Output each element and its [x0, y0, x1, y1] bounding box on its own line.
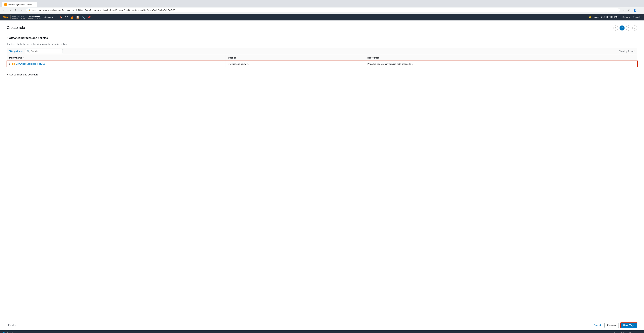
services-label: Services [44, 16, 53, 18]
policy-name-cell: ▶ AWSCodeDeployRoleForECS [7, 61, 226, 67]
refresh-button[interactable]: ↻ [14, 8, 18, 12]
filter-policies-button[interactable]: Filter policies ▾ [9, 50, 24, 52]
region2-info: Beijing Region Operated by Sinnet [27, 16, 41, 19]
search-input[interactable] [31, 50, 61, 52]
profile-button[interactable]: 👤 [632, 8, 637, 12]
page-title: Create role [7, 26, 25, 30]
home-button[interactable]: ⌂ [20, 8, 24, 12]
bottom-bar: 🌐 English Privacy Policy Terms of Use [0, 330, 644, 333]
filter-chevron-icon: ▾ [22, 50, 24, 52]
region-menu[interactable]: Global ▾ [622, 16, 630, 18]
footer-actions: Cancel Previous Next: Tags [592, 322, 637, 328]
icon-6[interactable]: 📌 [88, 16, 91, 19]
permissions-boundary-section: ▶ Set permissions boundary [7, 70, 637, 76]
support-menu[interactable]: Support ▾ [632, 16, 641, 18]
table-body: ▶ AWSCodeDeployRoleForECS Permissions po… [7, 61, 637, 67]
user-chevron-icon: ▾ [619, 16, 620, 18]
col-policy-name: Policy name ▾ [7, 55, 226, 61]
tab-favicon [4, 3, 7, 6]
browser-toolbar: ← → ↻ ⌂ 🔒 console.amazonaws.cn/iam/home?… [0, 7, 644, 14]
policy-description-cell: Provides CodeDeploy service wide access … [365, 61, 637, 67]
stepper: 1 2 3 4 [613, 26, 637, 30]
notification-icon[interactable]: 🔔 [589, 16, 591, 18]
lock-icon: 🔒 [28, 9, 31, 12]
back-button[interactable]: ← [2, 8, 6, 12]
step-4[interactable]: 4 [632, 26, 637, 30]
attached-policies-section: ▾ Attached permissions policies The type… [7, 36, 637, 67]
menu-button[interactable]: ⋮ [638, 8, 642, 12]
browser-tabs: IAM Management Console × + [2, 1, 642, 7]
region-chevron-icon: ▾ [629, 16, 630, 18]
icon-1[interactable]: 🔖 [60, 16, 63, 19]
policy-used-as-cell: Permissions policy (1) [226, 61, 365, 67]
forward-button[interactable]: → [8, 8, 12, 12]
next-button[interactable]: Next: Tags [620, 322, 638, 328]
bottom-links: Privacy Policy Terms of Use [614, 332, 641, 333]
section-subtitle: The type of role that you selected requi… [7, 43, 637, 45]
user-label: pcman @ 4200-2996-0748 [594, 16, 618, 18]
title-row: Create role 1 2 3 4 [7, 26, 637, 33]
aws-logo-svg: aws [3, 15, 9, 19]
showing-result: Showing 1 result [619, 50, 635, 52]
required-label: * Required [7, 324, 17, 326]
toolbar-actions: ☆ ⊡ 👤 ⋮ [622, 8, 642, 12]
terms-link[interactable]: Terms of Use [630, 332, 641, 333]
sort-icon[interactable]: ▾ [23, 57, 24, 59]
tab-title: IAM Management Console [8, 3, 32, 6]
support-chevron-icon: ▾ [640, 16, 641, 18]
services-menu[interactable]: Services ▾ [44, 16, 55, 18]
services-chevron-icon: ▾ [53, 16, 54, 18]
privacy-policy-link[interactable]: Privacy Policy [614, 332, 626, 333]
browser-chrome: IAM Management Console × + [0, 0, 644, 7]
section-title: Attached permissions policies [9, 36, 48, 40]
icon-2[interactable]: 🛡 [65, 16, 68, 19]
cancel-button[interactable]: Cancel [592, 323, 602, 328]
step-1[interactable]: 1 [613, 26, 618, 30]
col-description-label: Description [368, 56, 380, 59]
col-policy-name-label: Policy name [9, 56, 22, 59]
policy-description: Provides CodeDeploy service wide access … [368, 63, 414, 65]
boundary-title: Set permissions boundary [9, 73, 38, 76]
policy-icon [12, 63, 15, 66]
aws-logo: aws Ningxia Region Operated by NWCD Beij… [3, 15, 41, 19]
region2-op: Operated by Sinnet [28, 17, 41, 19]
region2-name: Beijing Region [28, 16, 41, 17]
icon-5[interactable]: 🔧 [82, 16, 85, 19]
region-label: Global [622, 16, 628, 18]
tab-close-btn[interactable]: × [33, 3, 34, 6]
main-content: Create role 1 2 3 4 ▾ Attached permissio… [0, 20, 644, 320]
boundary-header[interactable]: ▶ Set permissions boundary [7, 73, 637, 76]
active-tab[interactable]: IAM Management Console × [2, 2, 37, 7]
filter-bar: Filter policies ▾ 🔍 Showing 1 result [7, 48, 637, 55]
address-bar[interactable]: 🔒 console.amazonaws.cn/iam/home?region=c… [26, 8, 620, 12]
aws-nav: aws Ningxia Region Operated by NWCD Beij… [0, 14, 644, 20]
section-collapse-arrow[interactable]: ▾ [7, 37, 8, 39]
step-3[interactable]: 3 [626, 26, 631, 30]
section-header: ▾ Attached permissions policies [7, 36, 637, 42]
expand-button[interactable]: ▶ [9, 63, 10, 65]
policy-name-link[interactable]: AWSCodeDeployRoleForECS [16, 62, 46, 65]
language-label[interactable]: English [7, 332, 14, 333]
bookmark-button[interactable]: ☆ [622, 8, 626, 12]
region-info: Ningxia Region Operated by NWCD [10, 16, 25, 19]
policy-table: Policy name ▾ Used as Description ▶ [7, 55, 637, 67]
step-2[interactable]: 2 [620, 26, 624, 30]
table-header: Policy name ▾ Used as Description [7, 55, 637, 61]
new-tab-button[interactable]: + [37, 1, 42, 7]
support-label: Support [632, 16, 640, 18]
icon-4[interactable]: 📋 [76, 16, 79, 19]
search-icon: 🔍 [27, 50, 30, 52]
page-footer: * Required Cancel Previous Next: Tags [0, 320, 644, 330]
boundary-arrow-icon: ▶ [7, 73, 8, 76]
policy-used-as: Permissions policy (1) [228, 63, 250, 65]
user-menu[interactable]: pcman @ 4200-2996-0748 ▾ [594, 16, 620, 18]
extensions-button[interactable]: ⊡ [627, 8, 632, 12]
globe-icon: 🌐 [3, 332, 6, 333]
nav-icons: 🔖 🛡 🔥 📋 🔧 📌 [60, 16, 91, 19]
icon-3[interactable]: 🔥 [70, 16, 74, 19]
region1-name: Ningxia Region [12, 16, 25, 17]
col-used-as-label: Used as [228, 56, 236, 59]
previous-button[interactable]: Previous [604, 322, 619, 328]
region1-op: Operated by NWCD [12, 17, 25, 19]
svg-text:aws: aws [3, 16, 8, 18]
